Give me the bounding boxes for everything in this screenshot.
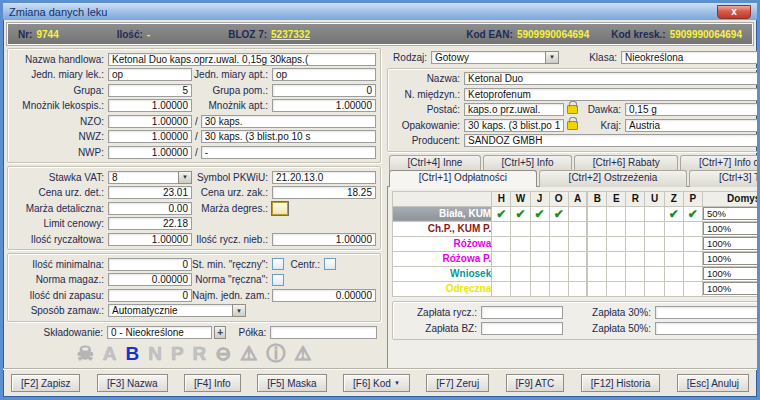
dawka-input[interactable] [625,103,757,116]
payment-cell-różowa-p-w[interactable] [511,251,530,266]
payment-type-label[interactable]: Ch.P., KUM P. [393,221,492,236]
default-payment-select[interactable]: 100%▼ [703,282,757,295]
st-min-checkbox[interactable] [272,258,284,270]
payment-cell-różowa-p-h[interactable] [492,251,511,266]
grupa-pom-input[interactable] [272,84,376,97]
vat-select[interactable]: ▼ [108,171,192,184]
footer-button-f2-zapisz[interactable]: [F2] Zapisz [11,374,80,392]
jedn-lek-input[interactable] [108,68,192,81]
letter-a-flag[interactable]: A [103,342,117,366]
payment-cell-wniosek-a[interactable] [568,266,587,281]
payment-cell-wniosek-b[interactable] [587,266,606,281]
payment-cell-ch-p-kum-p-b[interactable] [587,221,606,236]
payment-cell-biała-kum-h[interactable]: ✔ [492,206,511,221]
lock-icon[interactable] [567,121,578,130]
chevron-down-icon[interactable]: ▼ [232,304,246,317]
payment-cell-odręczna-p[interactable] [683,281,702,296]
payment-cell-różowa-p-o[interactable] [549,251,568,266]
zaplata-bz-input[interactable] [481,322,563,335]
payment-cell-wniosek-r[interactable] [626,266,645,281]
payment-cell-odręczna-w[interactable] [511,281,530,296]
payment-cell-różowa-r[interactable] [626,236,645,251]
tab-ctrl-7-info-dodatk[interactable]: [Ctrl+7] Info dodatk. [680,155,757,171]
limit-input[interactable] [108,217,192,230]
lock-icon[interactable] [567,105,578,114]
sposob-value[interactable] [108,304,232,317]
payment-cell-ch-p-kum-p-e[interactable] [607,221,626,236]
alert-triangle-icon[interactable]: ⚠ [294,342,311,366]
footer-button-f7-zeruj[interactable]: [F7] Zeruj [426,374,489,392]
close-button[interactable]: x [717,5,751,19]
payment-cell-ch-p-kum-p-h[interactable] [492,221,511,236]
marza-input[interactable] [108,202,192,215]
tab-ctrl-2-ostrzeżenia[interactable]: [Ctrl+2] Ostrzeżenia [539,170,687,187]
vat-value[interactable] [108,171,178,184]
mnoznik-lek-input[interactable] [108,99,192,112]
najm-input[interactable] [272,289,376,302]
payment-cell-wniosek-j[interactable] [530,266,549,281]
klasa-input[interactable] [621,51,757,64]
nwp-text-input[interactable] [201,146,376,159]
footer-button-f6-kod[interactable]: [F6] Kod▼ [343,374,410,392]
payment-cell-wniosek-o[interactable] [549,266,568,281]
tab-ctrl-6-rabaty[interactable]: [Ctrl+6] Rabaty [574,155,678,171]
bloz-link[interactable]: 5237332 [271,29,310,40]
tab-ctrl-1-odpłatności[interactable]: [Ctrl+1] Odpłatności [389,170,537,187]
payment-type-label[interactable]: Wniosek [393,266,492,281]
payment-cell-odręczna-j[interactable] [530,281,549,296]
marza-degres-button[interactable] [272,202,288,215]
payment-cell-różowa-p-z[interactable] [664,251,683,266]
pkwiu-input[interactable] [272,171,376,184]
payment-cell-różowa-p-e[interactable] [607,251,626,266]
footer-button-esc-anuluj[interactable]: [Esc] Anuluj [677,374,749,392]
payment-type-label[interactable]: Różowa [393,236,492,251]
payment-cell-ch-p-kum-p-a[interactable] [568,221,587,236]
payment-cell-różowa-p[interactable] [683,236,702,251]
tab-ctrl-4-inne[interactable]: [Ctrl+4] Inne [389,155,481,171]
tab-ctrl-3-typy[interactable]: [Ctrl+3] Typy [689,170,757,187]
cena-zak-input[interactable] [272,186,376,199]
payment-cell-różowa-o[interactable] [549,236,568,251]
payment-cell-ch-p-kum-p-j[interactable] [530,221,549,236]
zaplata-50-input[interactable] [655,322,757,335]
zaplata-rycz-input[interactable] [481,306,563,319]
payment-cell-różowa-b[interactable] [587,236,606,251]
opakowanie-input[interactable] [464,119,564,132]
footer-button-f5-maska[interactable]: [F5] Maska [257,374,326,392]
payment-cell-różowa-a[interactable] [568,236,587,251]
no-entry-icon[interactable]: ⊖ [215,342,231,366]
footer-button-f3-nazwa[interactable]: [F3] Nazwa [97,374,168,392]
payment-cell-wniosek-e[interactable] [607,266,626,281]
payment-cell-różowa-p-p[interactable] [683,251,702,266]
sposob-select[interactable]: ▼ [108,304,246,317]
default-payment-select[interactable]: 100%▼ [703,252,757,265]
payment-cell-biała-kum-o[interactable]: ✔ [549,206,568,221]
kraj-input[interactable] [625,119,757,132]
grupa-input[interactable] [108,84,192,97]
payment-cell-różowa-w[interactable] [511,236,530,251]
payment-cell-ch-p-kum-p-w[interactable] [511,221,530,236]
nwz-input[interactable] [108,130,192,143]
payment-cell-ch-p-kum-p-u[interactable] [645,221,664,236]
letter-r-flag[interactable]: R [193,342,207,366]
payment-cell-odręczna-z[interactable] [664,281,683,296]
dni-zapasu-input[interactable] [108,289,192,302]
norma-reczna-checkbox[interactable] [272,274,284,286]
payment-cell-biała-kum-r[interactable] [626,206,645,221]
payment-cell-biała-kum-z[interactable]: ✔ [664,206,683,221]
centr-checkbox[interactable] [324,258,336,270]
payment-cell-odręczna-u[interactable] [645,281,664,296]
nwp-input[interactable] [108,146,192,159]
payment-type-label[interactable]: Biała, KUM [393,206,492,221]
payment-cell-różowa-u[interactable] [645,236,664,251]
payment-cell-różowa-p-b[interactable] [587,251,606,266]
footer-button-f4-info[interactable]: [F4] Info [184,374,241,392]
nzo-input[interactable] [108,115,192,128]
letter-p-flag[interactable]: P [171,342,184,366]
chevron-down-icon[interactable]: ▼ [178,171,192,184]
payment-cell-różowa-j[interactable] [530,236,549,251]
payment-cell-różowa-p-u[interactable] [645,251,664,266]
payment-cell-odręczna-b[interactable] [587,281,606,296]
payment-cell-biała-kum-p[interactable]: ✔ [683,206,702,221]
ilosc-rycz-input[interactable] [108,233,192,246]
